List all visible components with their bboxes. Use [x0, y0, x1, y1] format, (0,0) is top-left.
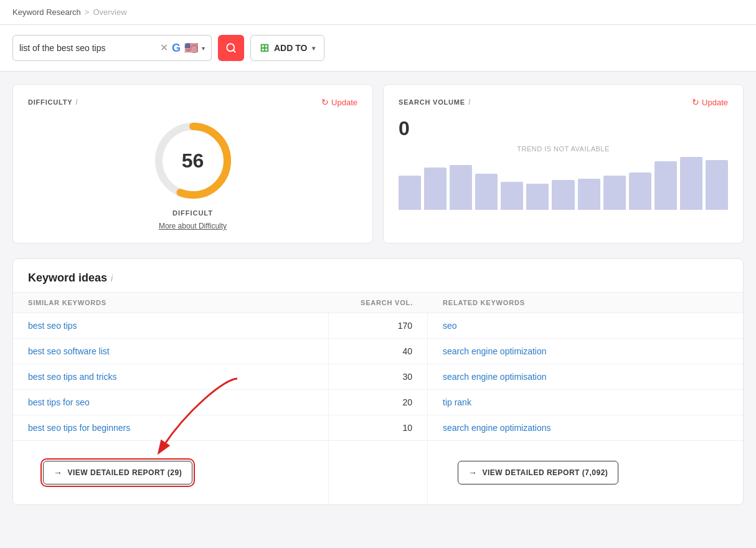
bar	[629, 172, 651, 210]
difficulty-info-icon[interactable]: i	[75, 98, 78, 106]
related-keyword-cell[interactable]: seo	[428, 313, 743, 339]
difficulty-label: DIFFICULT	[172, 209, 213, 217]
search-button[interactable]	[218, 35, 244, 61]
difficulty-card: DIFFICULTY i ↻ Update 56 DIFFICULT Mo	[12, 84, 373, 243]
search-volume-title: SEARCH VOLUME i	[399, 98, 471, 106]
footer-similar-cell: → VIEW DETAILED REPORT (29)	[13, 441, 328, 504]
keyword-ideas-info-icon[interactable]: i	[111, 273, 113, 283]
related-keyword-cell[interactable]: tip rank	[428, 390, 743, 415]
search-input-wrap: ✕ G 🇺🇸 ▾	[12, 35, 212, 61]
bar	[603, 176, 626, 210]
add-to-button[interactable]: ⊞ ADD TO ▾	[250, 35, 324, 61]
breadcrumb-parent[interactable]: Keyword Research	[12, 7, 81, 17]
search-vol-cell: 20	[328, 390, 428, 415]
arrow-right-icon-related: →	[468, 468, 478, 478]
breadcrumb: Keyword Research > Overview	[0, 0, 756, 25]
svg-line-1	[233, 50, 235, 52]
refresh-icon: ↻	[321, 97, 329, 107]
ideas-grid: SIMILAR KEYWORDS SEARCH VOL. RELATED KEY…	[13, 292, 743, 440]
cards-row: DIFFICULTY i ↻ Update 56 DIFFICULT Mo	[12, 84, 744, 243]
clear-icon[interactable]: ✕	[160, 43, 168, 53]
refresh-icon-vol: ↻	[692, 97, 699, 107]
search-vol-cell: 10	[328, 415, 428, 440]
add-to-chevron-icon: ▾	[312, 45, 315, 52]
view-similar-report-button[interactable]: → VIEW DETAILED REPORT (29)	[43, 461, 192, 484]
breadcrumb-current: Overview	[93, 7, 126, 17]
search-volume-card: SEARCH VOLUME i ↻ Update 0 TREND IS NOT …	[383, 84, 744, 243]
related-keyword-cell[interactable]: search engine optimization	[428, 339, 743, 364]
keyword-ideas-header: Keyword ideas i	[13, 259, 743, 292]
keyword-ideas-section: Keyword ideas i SIMILAR KEYWORDS SEARCH …	[12, 258, 744, 505]
col-similar-header: SIMILAR KEYWORDS	[13, 292, 328, 313]
bar	[450, 165, 472, 210]
view-related-report-button[interactable]: → VIEW DETAILED REPORT (7,092)	[458, 461, 618, 484]
gauge-wrap: 56	[149, 117, 237, 204]
gauge-value: 56	[182, 149, 204, 172]
breadcrumb-separator: >	[85, 7, 90, 17]
col-vol-header: SEARCH VOL.	[328, 292, 428, 313]
footer-vol-cell	[328, 441, 428, 504]
related-keyword-cell[interactable]: search engine optimisation	[428, 364, 743, 390]
bar-chart	[399, 160, 728, 210]
bar	[424, 168, 447, 210]
difficulty-update-button[interactable]: ↻ Update	[321, 97, 357, 107]
bar	[501, 182, 523, 210]
bar	[654, 161, 677, 210]
search-vol-cell: 30	[328, 364, 428, 390]
search-volume-value: 0	[399, 117, 728, 140]
difficulty-title: DIFFICULTY i	[28, 98, 78, 106]
search-volume-info-icon[interactable]: i	[468, 98, 471, 106]
google-logo: G	[172, 42, 181, 55]
search-bar: ✕ G 🇺🇸 ▾ ⊞ ADD TO ▾	[0, 25, 756, 72]
bar	[706, 160, 728, 210]
search-input[interactable]	[19, 43, 156, 53]
similar-keyword-cell[interactable]: best seo tips	[13, 313, 328, 339]
similar-keyword-cell[interactable]: best seo tips and tricks	[13, 364, 328, 390]
add-to-label: ADD TO	[274, 43, 307, 53]
bar	[578, 179, 600, 210]
add-to-icon: ⊞	[260, 41, 269, 55]
chevron-down-icon: ▾	[202, 45, 205, 52]
search-vol-cell: 170	[328, 313, 428, 339]
bar	[552, 180, 574, 210]
footer-related-cell: → VIEW DETAILED REPORT (7,092)	[428, 441, 743, 504]
bar	[475, 174, 498, 210]
arrow-right-icon: →	[54, 468, 63, 478]
search-volume-update-button[interactable]: ↻ Update	[692, 97, 728, 107]
similar-keyword-cell[interactable]: best seo tips for beginners	[13, 415, 328, 440]
bar	[399, 176, 421, 210]
similar-keyword-cell[interactable]: best tips for seo	[13, 390, 328, 415]
main-content: DIFFICULTY i ↻ Update 56 DIFFICULT Mo	[0, 72, 756, 517]
flag-icon: 🇺🇸	[184, 41, 198, 55]
bar	[680, 157, 702, 210]
footer-cells: → VIEW DETAILED REPORT (29) →	[13, 440, 743, 504]
col-related-header: RELATED KEYWORDS	[428, 292, 743, 313]
related-keyword-cell[interactable]: search engine optimizations	[428, 415, 743, 440]
similar-keyword-cell[interactable]: best seo software list	[13, 339, 328, 364]
bar	[526, 184, 549, 210]
search-icon	[225, 42, 237, 54]
trend-unavailable-label: TREND IS NOT AVAILABLE	[399, 145, 728, 153]
search-vol-cell: 40	[328, 339, 428, 364]
more-about-difficulty-link[interactable]: More about Difficulty	[159, 222, 227, 230]
